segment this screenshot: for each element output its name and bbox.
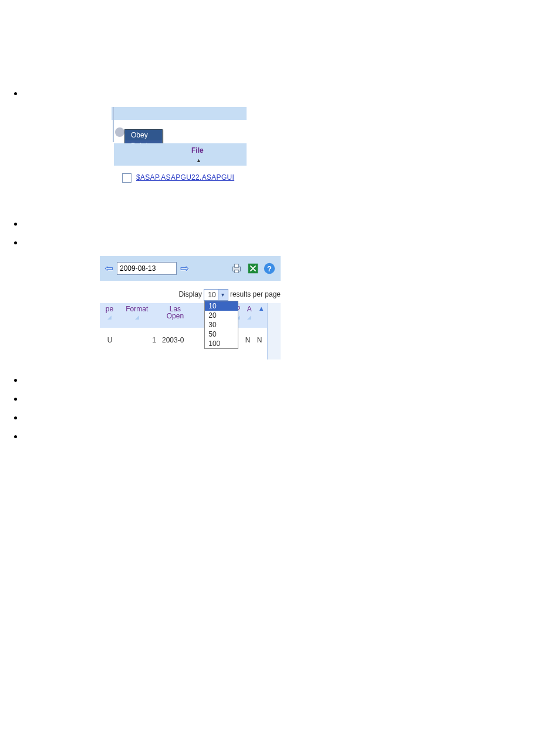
results-per-page-control: Display 10 ▾ 10 20 30 50 100 results per… xyxy=(179,289,281,301)
bullet-2 xyxy=(23,219,560,229)
bullet-5 xyxy=(23,394,560,404)
option-10[interactable]: 10 xyxy=(205,301,238,311)
row-checkbox[interactable] xyxy=(122,173,131,183)
cell-last-open: 2003-0 xyxy=(162,336,204,344)
print-icon[interactable] xyxy=(230,262,243,275)
column-header-last-open[interactable]: LasOpen xyxy=(154,303,195,320)
menu-item-obey[interactable]: Obey xyxy=(125,130,162,140)
panel-border xyxy=(113,107,114,142)
cell-format: 1 xyxy=(120,336,162,344)
screenshot-pager-toolbar: ⇦ ⇨ ? Display 10 ▾ 10 20 30 50 100 resul… xyxy=(100,256,281,359)
table-row: U 1 2003-0 N N N N xyxy=(100,334,268,347)
vertical-scrollbar[interactable] xyxy=(267,303,281,359)
svg-rect-2 xyxy=(234,270,238,273)
column-header-file[interactable]: File xyxy=(191,146,204,154)
bullet-1 xyxy=(23,88,560,99)
cell-a: N xyxy=(254,336,265,344)
file-link[interactable]: $ASAP.ASAPGU22.ASAPGUI xyxy=(136,173,234,182)
svg-text:?: ? xyxy=(267,264,272,273)
column-header-format[interactable]: Format◢ xyxy=(119,303,154,320)
option-20[interactable]: 20 xyxy=(205,311,238,320)
previous-button[interactable]: ⇦ xyxy=(104,262,113,275)
scroll-up-icon[interactable]: ▲ xyxy=(255,303,268,312)
gear-icon[interactable] xyxy=(115,127,124,137)
cell-p: N xyxy=(242,336,254,344)
display-suffix: results per page xyxy=(230,290,281,298)
table-header-bar xyxy=(114,143,247,166)
bullet-7 xyxy=(23,431,560,442)
cell-pe: U xyxy=(100,336,120,344)
sort-ascending-icon: ▲ xyxy=(196,157,201,163)
toolbar: ⇦ ⇨ ? xyxy=(100,256,281,281)
help-icon[interactable]: ? xyxy=(263,262,276,275)
column-header-a[interactable]: A◢ xyxy=(244,303,255,320)
option-100[interactable]: 100 xyxy=(205,339,238,348)
table-header-row: pe◢ Format◢ LasOpen L◢ P◢ A◢ ▲ xyxy=(100,303,268,328)
option-30[interactable]: 30 xyxy=(205,320,238,330)
column-header-pe[interactable]: pe◢ xyxy=(100,303,119,320)
results-dropdown: 10 20 30 50 100 xyxy=(204,301,238,349)
bullet-4 xyxy=(23,375,560,385)
date-input[interactable] xyxy=(117,262,177,275)
bullet-6 xyxy=(23,412,560,423)
select-value: 10 xyxy=(208,291,215,299)
screenshot-context-menu: Obey Delete File ▲ $ASAP.ASAPGU22.ASAPGU… xyxy=(112,107,247,195)
window-topbar xyxy=(112,107,247,120)
next-button[interactable]: ⇨ xyxy=(180,262,189,275)
display-label: Display xyxy=(179,290,202,298)
option-50[interactable]: 50 xyxy=(205,330,238,339)
excel-icon[interactable] xyxy=(247,262,259,275)
svg-rect-1 xyxy=(234,264,238,268)
bullet-3 xyxy=(23,237,560,248)
chevron-down-icon: ▾ xyxy=(218,290,228,300)
results-select[interactable]: 10 ▾ 10 20 30 50 100 xyxy=(204,289,228,301)
